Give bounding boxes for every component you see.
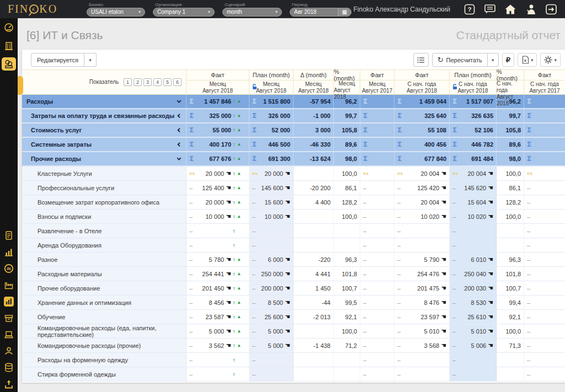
thousands-icon[interactable]: т: [233, 271, 235, 277]
sidebar-item-payments[interactable]: [2, 345, 16, 358]
filter-select[interactable]: USALI etalon▾: [87, 8, 145, 17]
cell-plan_m[interactable]: –200 000☚: [249, 281, 294, 295]
cell-fact_m[interactable]: –т: [186, 367, 249, 381]
level-button-5[interactable]: 5: [163, 78, 172, 86]
thousands-icon[interactable]: т: [233, 113, 235, 119]
sum-icon[interactable]: Σ: [363, 126, 367, 134]
cell-plan_m[interactable]: –25 600☚: [249, 310, 294, 324]
sum-icon[interactable]: Σ: [527, 98, 531, 105]
profile-icon[interactable]: [524, 3, 538, 16]
cell-plan_ytd[interactable]: ns20 004☚: [450, 167, 497, 180]
sum-icon[interactable]: Σ: [527, 126, 531, 134]
cell-fact_m[interactable]: –8 456☚т▲: [186, 296, 249, 309]
cell-fact_ytd[interactable]: –3 568☚: [395, 339, 450, 352]
thousands-icon[interactable]: т: [233, 343, 235, 348]
thousands-icon[interactable]: т: [233, 257, 235, 262]
sum-icon[interactable]: Σ: [189, 141, 194, 148]
cell-fact_ytd[interactable]: –: [395, 224, 450, 238]
table-row[interactable]: Развлечение - в Отеле–т–––––: [22, 224, 565, 238]
thousands-icon[interactable]: т: [233, 185, 235, 191]
thousands-icon[interactable]: т: [233, 300, 235, 305]
cell-fact_m[interactable]: –т: [186, 224, 249, 238]
sum-icon[interactable]: Σ: [397, 155, 402, 163]
cell-plan_m[interactable]: –: [249, 238, 294, 252]
cell-plan_ytd[interactable]: –5 006☚: [450, 339, 497, 352]
sidebar-item-archive[interactable]: [2, 312, 16, 325]
sum-icon[interactable]: Σ: [397, 126, 402, 134]
sum-icon[interactable]: Σ: [189, 112, 194, 120]
export-excel-button[interactable]: x ▾: [518, 53, 537, 67]
sum-icon[interactable]: Σ: [252, 141, 257, 148]
sidebar-item-documents[interactable]: [2, 229, 16, 242]
table-row[interactable]: Обучение–23 587☚т▲–25 600☚-2 01392,1––23…: [22, 310, 565, 324]
thousands-icon[interactable]: т: [233, 200, 235, 205]
expand-chevron-icon[interactable]: [176, 156, 182, 162]
table-row[interactable]: Взносы и подписки–10 000☚т▲–10 000☚100,0…: [22, 210, 565, 224]
thousands-icon[interactable]: т: [233, 314, 235, 320]
cell-plan_ytd[interactable]: –250 040☚: [450, 267, 497, 281]
table-row[interactable]: Кластерные Услугиns20 000☚т▲ns20 000☚100…: [22, 167, 565, 181]
currency-button[interactable]: ₽: [502, 53, 514, 67]
table-row[interactable]: Расходные материалы–254 441☚т▲–250 000☚4…: [22, 267, 565, 281]
cell-fact_ytd[interactable]: –125 420☚: [395, 181, 450, 195]
table-row[interactable]: Расходы на форменную одежду–т–––––: [22, 353, 565, 367]
settings-button[interactable]: ▾: [540, 53, 561, 67]
edit-status-button[interactable]: Редактируется: [31, 53, 84, 67]
thousands-icon[interactable]: т: [233, 127, 235, 133]
cell-plan_ytd[interactable]: –200 030☚: [450, 281, 497, 295]
thousands-icon[interactable]: т: [233, 142, 235, 147]
messages-icon[interactable]: [483, 3, 497, 16]
sum-icon[interactable]: Σ: [397, 98, 402, 105]
cell-plan_ytd[interactable]: –5 010☚: [450, 324, 497, 338]
cell-plan_m[interactable]: –145 600☚: [249, 181, 294, 195]
cell-fact_m[interactable]: –т: [186, 353, 249, 367]
exit-icon[interactable]: [544, 3, 558, 16]
sum-icon[interactable]: Σ: [363, 155, 367, 163]
cell-plan_m[interactable]: –5 000☚: [249, 339, 294, 352]
collapse-chevron-icon[interactable]: [176, 113, 182, 119]
table-row[interactable]: Аренда Оборудования–т–––––: [22, 238, 565, 253]
sum-icon[interactable]: Σ: [189, 155, 194, 163]
user-name[interactable]: Finoko Александр Сандульский: [354, 6, 450, 13]
cell-fact_ytd[interactable]: –5 010☚: [395, 324, 450, 338]
thousands-icon[interactable]: т: [233, 171, 235, 176]
group-row[interactable]: РасходыΣ1 457 846т▲Σ1 515 800-57 95496,2…: [22, 95, 565, 109]
calendar-icon[interactable]: ▦: [338, 8, 351, 17]
sum-icon[interactable]: Σ: [397, 112, 402, 120]
thousands-icon[interactable]: т: [233, 329, 235, 334]
filter-select[interactable]: month▾: [222, 8, 282, 17]
cell-plan_ytd[interactable]: –6 010☚: [450, 253, 497, 266]
sidebar-item-in-badge[interactable]: IN: [2, 262, 16, 275]
cell-plan_m[interactable]: –8 500☚: [249, 296, 294, 309]
sum-icon[interactable]: Σ: [252, 112, 257, 120]
cell-plan_ytd[interactable]: –10 020☚: [450, 210, 497, 223]
cell-plan_m[interactable]: ns20 000☚: [249, 167, 294, 180]
thousands-icon[interactable]: т: [233, 99, 235, 104]
cell-plan_ytd[interactable]: –: [450, 353, 497, 367]
sum-icon[interactable]: Σ: [252, 155, 257, 163]
table-row[interactable]: Хранение данных и оптимизация–8 456☚т▲–8…: [22, 296, 565, 310]
cell-fact_m[interactable]: –20 000☚т▲: [186, 195, 249, 209]
cell-plan_m[interactable]: –250 000☚: [249, 267, 294, 281]
sum-icon[interactable]: Σ: [527, 112, 531, 120]
level-button-3[interactable]: 3: [143, 78, 152, 86]
cell-fact_ytd[interactable]: –20 004☚: [395, 195, 450, 209]
cell-fact_m[interactable]: –125 400☚т▲: [186, 181, 249, 195]
cell-plan_ytd[interactable]: –8 530☚: [450, 296, 497, 309]
sidebar-item-upload[interactable]: [2, 378, 16, 391]
lock-icon[interactable]: [252, 84, 258, 92]
sidebar-item-company[interactable]: [2, 39, 16, 52]
sidebar-item-database[interactable]: [2, 361, 16, 374]
cell-plan_ytd[interactable]: –: [450, 238, 497, 252]
group-row[interactable]: Стоимость услугΣ55 000т▲Σ52 0003 000105,…: [22, 123, 565, 138]
sidebar-item-finance[interactable]: [2, 57, 16, 71]
thousands-icon[interactable]: т: [233, 214, 235, 219]
sidebar-item-chart[interactable]: [2, 295, 16, 308]
thousands-icon[interactable]: т: [233, 243, 235, 248]
recalculate-button[interactable]: ↻ Пересчитать: [432, 53, 488, 67]
cell-fact_ytd[interactable]: –8 476☚: [395, 296, 450, 309]
sum-icon[interactable]: Σ: [527, 155, 531, 163]
sum-icon[interactable]: Σ: [363, 98, 367, 105]
cell-fact_m[interactable]: –т: [186, 238, 249, 252]
level-button-4[interactable]: 4: [153, 78, 162, 86]
